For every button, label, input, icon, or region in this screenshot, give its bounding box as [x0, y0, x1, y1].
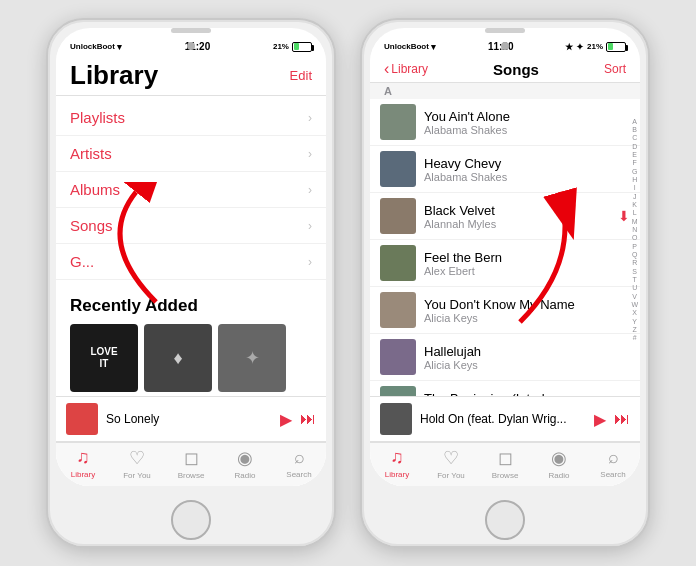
chevron-icon-albums: › [308, 183, 312, 197]
radio-tab-icon-left: ◉ [237, 447, 253, 469]
mini-player-controls-left[interactable]: ▶ ⏭ [280, 410, 316, 429]
song-art-6 [380, 386, 416, 396]
status-left-left: UnlockBoot ▾ [70, 42, 122, 52]
tab-foryou-label-right: For You [437, 471, 465, 480]
menu-item-albums[interactable]: Albums › [56, 172, 326, 208]
song-info-5: Hallelujah Alicia Keys [424, 344, 630, 371]
cloud-download-icon-2[interactable]: ⬇ [618, 208, 630, 224]
library-menu: Playlists › Artists › Albums › Songs › [56, 96, 326, 288]
chevron-icon-genre: › [308, 255, 312, 269]
library-nav-bar: Library Edit [56, 54, 326, 96]
play-icon-left[interactable]: ▶ [280, 410, 292, 429]
tab-browse-right[interactable]: ◻ Browse [478, 447, 532, 480]
album-thumb-3[interactable]: ✦ [218, 324, 286, 392]
menu-item-genre[interactable]: G... › [56, 244, 326, 280]
tab-library-left[interactable]: ♫ Library [56, 447, 110, 480]
song-row-5[interactable]: Hallelujah Alicia Keys [370, 334, 640, 381]
tab-browse-label-right: Browse [492, 471, 519, 480]
home-button-left[interactable] [171, 500, 211, 540]
main-container: UnlockBoot ▾ 11:20 21% Library Edit [0, 0, 696, 566]
tab-radio-right[interactable]: ◉ Radio [532, 447, 586, 480]
tab-foryou-left[interactable]: ♡ For You [110, 447, 164, 480]
songs-screen: ‹ Library Songs Sort A You Ain't Alone A… [370, 54, 640, 486]
tab-search-label-left: Search [286, 470, 311, 479]
song-art-2 [380, 198, 416, 234]
tab-radio-label-right: Radio [549, 471, 570, 480]
foryou-tab-icon-left: ♡ [129, 447, 145, 469]
menu-item-playlists[interactable]: Playlists › [56, 100, 326, 136]
tab-library-label-left: Library [71, 470, 95, 479]
song-row-6[interactable]: The Beginning (Interlu... Alicia Keys [370, 381, 640, 396]
tab-radio-left[interactable]: ◉ Radio [218, 447, 272, 480]
tab-foryou-right[interactable]: ♡ For You [424, 447, 478, 480]
sort-button[interactable]: Sort [604, 62, 626, 76]
song-title-2: Black Velvet [424, 203, 610, 218]
library-tab-icon-right: ♫ [390, 447, 404, 468]
chevron-icon-playlists: › [308, 111, 312, 125]
song-row-0[interactable]: You Ain't Alone Alabama Shakes [370, 99, 640, 146]
home-button-right[interactable] [485, 500, 525, 540]
songs-page-title: Songs [493, 61, 539, 78]
alpha-index[interactable]: A B C D E F G H I J K L M N O [631, 113, 638, 346]
battery-right [606, 42, 626, 52]
menu-item-downloaded[interactable]: Downloaded Music › [56, 280, 326, 288]
speaker-left [171, 28, 211, 33]
search-tab-icon-left: ⌕ [294, 447, 305, 468]
mini-player-right[interactable]: Hold On (feat. Dylan Wrig... ▶ ⏭ [370, 396, 640, 442]
song-info-3: Feel the Bern Alex Ebert [424, 250, 630, 277]
tab-search-label-right: Search [600, 470, 625, 479]
menu-item-songs[interactable]: Songs › [56, 208, 326, 244]
tab-search-right[interactable]: ⌕ Search [586, 447, 640, 480]
song-art-3 [380, 245, 416, 281]
song-row-2[interactable]: Black Velvet Alannah Myles ⬇ [370, 193, 640, 240]
mini-player-left[interactable]: So Lonely ▶ ⏭ [56, 396, 326, 442]
skip-icon-left[interactable]: ⏭ [300, 410, 316, 429]
song-art-5 [380, 339, 416, 375]
speaker-right [485, 28, 525, 33]
song-row-4[interactable]: You Don't Know My Name Alicia Keys [370, 287, 640, 334]
radio-tab-icon-right: ◉ [551, 447, 567, 469]
battery-pct-left: 21% [273, 42, 289, 51]
status-left-right: UnlockBoot ▾ [384, 42, 436, 52]
tab-library-right[interactable]: ♫ Library [370, 447, 424, 480]
section-letter-a: A [370, 83, 640, 99]
chevron-icon-artists: › [308, 147, 312, 161]
front-camera-left [187, 42, 195, 50]
song-info-0: You Ain't Alone Alabama Shakes [424, 109, 630, 136]
tab-foryou-label-left: For You [123, 471, 151, 480]
mini-player-controls-right[interactable]: ▶ ⏭ [594, 410, 630, 429]
song-row-1[interactable]: Heavy Chevy Alabama Shakes [370, 146, 640, 193]
tab-library-label-right: Library [385, 470, 409, 479]
tab-bar-left: ♫ Library ♡ For You ◻ Browse ◉ Radio [56, 442, 326, 486]
library-screen: Library Edit Playlists › Artists › Album… [56, 54, 326, 486]
song-title-3: Feel the Bern [424, 250, 630, 265]
song-row-3[interactable]: Feel the Bern Alex Ebert [370, 240, 640, 287]
songs-list: A You Ain't Alone Alabama Shakes Heavy C… [370, 83, 640, 396]
back-button[interactable]: ‹ Library [384, 60, 428, 78]
song-title-6: The Beginning (Interlu... [424, 391, 630, 397]
tab-search-left[interactable]: ⌕ Search [272, 447, 326, 480]
album-thumb-2[interactable]: ♦ [144, 324, 212, 392]
library-edit-button[interactable]: Edit [290, 68, 312, 83]
song-artist-2: Alannah Myles [424, 218, 610, 230]
song-info-1: Heavy Chevy Alabama Shakes [424, 156, 630, 183]
songs-nav-bar: ‹ Library Songs Sort [370, 54, 640, 83]
song-artist-5: Alicia Keys [424, 359, 630, 371]
tab-browse-label-left: Browse [178, 471, 205, 480]
menu-item-artists[interactable]: Artists › [56, 136, 326, 172]
song-artist-4: Alicia Keys [424, 312, 630, 324]
library-title: Library [70, 60, 158, 91]
album-thumb-1[interactable]: LOVEIT [70, 324, 138, 392]
browse-tab-icon-left: ◻ [184, 447, 199, 469]
carrier-left: UnlockBoot [70, 42, 115, 51]
carrier-right: UnlockBoot [384, 42, 429, 51]
skip-icon-right[interactable]: ⏭ [614, 410, 630, 429]
mini-player-title-left: So Lonely [106, 412, 272, 426]
play-icon-right[interactable]: ▶ [594, 410, 606, 429]
song-info-2: Black Velvet Alannah Myles [424, 203, 610, 230]
song-info-6: The Beginning (Interlu... Alicia Keys [424, 391, 630, 397]
song-artist-3: Alex Ebert [424, 265, 630, 277]
front-camera-right [501, 42, 509, 50]
wifi-icon-right: ▾ [431, 42, 436, 52]
tab-browse-left[interactable]: ◻ Browse [164, 447, 218, 480]
